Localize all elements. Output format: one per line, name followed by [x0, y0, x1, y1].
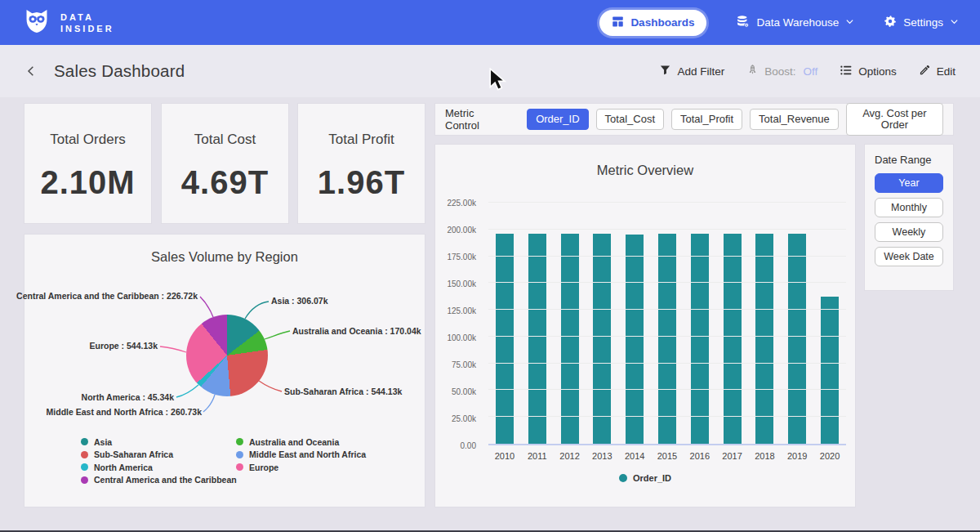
- bar-2018[interactable]: [755, 234, 773, 444]
- gridline: [488, 229, 846, 230]
- y-tick-label: 0.00: [461, 441, 476, 450]
- pencil-icon: [919, 64, 931, 78]
- gridline: [488, 416, 846, 417]
- y-tick-label: 75.00k: [452, 360, 476, 369]
- mouse-cursor: [488, 68, 506, 94]
- date-range-panel: Date Range YearMonthlyWeeklyWeek Date: [865, 145, 953, 290]
- dashboard-grid-icon: [612, 16, 624, 30]
- legend-label: Central America and the Caribbean: [94, 475, 237, 485]
- kpi-value: 1.96T: [318, 164, 405, 201]
- metric-control-bar: Metric Control Order_IDTotal_CostTotal_P…: [435, 104, 953, 135]
- kpi-label: Total Profit: [328, 132, 394, 148]
- bar-2019[interactable]: [788, 234, 806, 444]
- legend-dot: [236, 451, 243, 458]
- pie-legend-item-asia[interactable]: Asia: [81, 436, 237, 449]
- chevron-down-icon: [845, 16, 854, 29]
- legend-dot: [81, 476, 88, 484]
- sales-volume-chart: Sales Volume by Region Asia : 306.07kAus…: [24, 235, 425, 507]
- bar-2011[interactable]: [528, 234, 546, 444]
- bar-2015[interactable]: [658, 234, 676, 444]
- gridline: [488, 389, 846, 390]
- options-button[interactable]: Options: [840, 64, 897, 79]
- legend-dot: [236, 463, 243, 471]
- date-range-options: YearMonthlyWeeklyWeek Date: [875, 173, 943, 266]
- pie-chart[interactable]: [186, 315, 268, 396]
- bar-2010[interactable]: [496, 234, 514, 444]
- bar-chart-y-axis: 0.0025.00k50.00k75.00k100.00k125.00k150.…: [435, 203, 483, 445]
- kpi-card-total-cost: Total Cost 4.69T: [162, 104, 288, 223]
- y-tick-label: 100.00k: [447, 333, 476, 342]
- bar-2013[interactable]: [593, 234, 611, 444]
- x-tick-label: 2015: [651, 451, 684, 461]
- x-tick-label: 2013: [586, 451, 618, 461]
- edit-button[interactable]: Edit: [919, 64, 956, 78]
- bar-chart-legend[interactable]: Order_ID: [435, 473, 855, 483]
- pie-label-sub-saharan-africa: Sub-Saharan Africa : 544.13k: [284, 387, 402, 396]
- metric-chip-total-profit[interactable]: Total_Profit: [671, 109, 742, 130]
- legend-label: Middle East and North Africa: [249, 449, 366, 459]
- gridline: [488, 282, 846, 283]
- metric-chip-avg-cost-per-order[interactable]: Avg. Cost per Order: [846, 103, 943, 136]
- bar-chart-x-axis: 2010201120122013201420152016201720182019…: [488, 451, 846, 461]
- pie-label-north-america: North America : 45.34k: [82, 392, 174, 402]
- x-tick-label: 2019: [781, 451, 813, 461]
- legend-label: Sub-Saharan Africa: [94, 449, 173, 459]
- pie-legend-item-europe[interactable]: Europe: [236, 461, 366, 474]
- data-warehouse-menu[interactable]: Data Warehouse: [736, 15, 854, 31]
- legend-dot: [619, 474, 627, 482]
- bar-2014[interactable]: [626, 235, 644, 444]
- y-tick-label: 225.00k: [447, 199, 476, 208]
- gridline: [488, 363, 846, 364]
- bar-2020[interactable]: [821, 297, 839, 444]
- date-range-monthly[interactable]: Monthly: [875, 198, 943, 217]
- kpi-label: Total Orders: [50, 132, 126, 148]
- pie-label-asia: Asia : 306.07k: [271, 296, 327, 306]
- x-tick-label: 2016: [684, 451, 716, 461]
- metric-chip-total-revenue[interactable]: Total_Revenue: [750, 109, 839, 130]
- bar-2017[interactable]: [724, 234, 742, 444]
- bar-chart-plot: [488, 203, 846, 445]
- settings-menu[interactable]: Settings: [884, 15, 959, 30]
- chart-title: Metric Overview: [435, 163, 855, 178]
- legend-dot: [236, 438, 243, 445]
- y-tick-label: 150.00k: [447, 279, 476, 288]
- legend-label: Asia: [94, 437, 112, 447]
- legend-label: North America: [94, 463, 153, 472]
- gridline: [488, 336, 846, 337]
- bar-2016[interactable]: [691, 234, 709, 445]
- top-nav: DATA INSIDER Dashboards: [0, 0, 980, 45]
- pie-legend-item-australia-and-oceania[interactable]: Australia and Oceania: [236, 436, 366, 449]
- gear-icon: [884, 15, 897, 30]
- kpi-card-total-profit: Total Profit 1.96T: [298, 104, 425, 223]
- add-filter-button[interactable]: Add Filter: [659, 64, 724, 78]
- boost-toggle[interactable]: Boost: Off: [746, 64, 817, 78]
- brand-logo[interactable]: DATA INSIDER: [23, 7, 114, 38]
- gridline: [488, 256, 846, 257]
- page-title: Sales Dashboard: [54, 61, 185, 81]
- x-tick-label: 2018: [749, 451, 782, 461]
- bar-series: [488, 203, 846, 444]
- dashboards-button[interactable]: Dashboards: [599, 10, 706, 36]
- rocket-icon: [746, 64, 759, 78]
- metric-chip-order-id[interactable]: Order_ID: [527, 109, 588, 130]
- pie-legend-item-sub-saharan-africa[interactable]: Sub-Saharan Africa: [81, 449, 237, 462]
- metric-chip-total-cost[interactable]: Total_Cost: [596, 109, 664, 130]
- chevron-down-icon: [950, 16, 959, 29]
- pie-legend-item-middle-east-and-north-africa[interactable]: Middle East and North Africa: [236, 449, 366, 462]
- date-range-weekly[interactable]: Weekly: [875, 222, 943, 242]
- kpi-value: 2.10M: [40, 164, 135, 201]
- x-tick-label: 2010: [488, 451, 521, 461]
- bar-2012[interactable]: [561, 234, 579, 444]
- pie-legend-item-north-america[interactable]: North America: [81, 461, 237, 474]
- metric-control-label: Metric Control: [445, 107, 509, 132]
- database-icon: [736, 15, 750, 31]
- back-button[interactable]: [24, 65, 38, 78]
- date-range-year[interactable]: Year: [875, 173, 943, 193]
- sales-dashboard-page: DATA INSIDER Dashboards: [0, 0, 980, 532]
- pie-legend-item-central-america-and-the-caribbean[interactable]: Central America and the Caribbean: [81, 474, 237, 487]
- legend-label: Order_ID: [633, 473, 671, 483]
- legend-label: Europe: [249, 463, 278, 472]
- date-range-week-date[interactable]: Week Date: [875, 247, 943, 266]
- x-tick-label: 2012: [554, 451, 586, 461]
- owl-logo-icon: [23, 7, 51, 38]
